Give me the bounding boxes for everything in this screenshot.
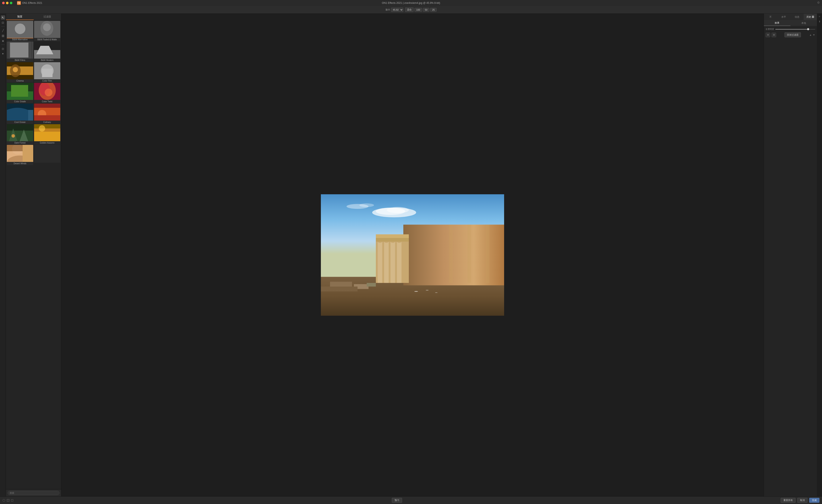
search-bar xyxy=(6,489,61,496)
fit-button[interactable]: 适合 xyxy=(405,7,414,12)
svg-rect-4 xyxy=(20,24,23,25)
maximize-button[interactable] xyxy=(10,2,12,4)
preset-thumb-color-grade xyxy=(7,83,33,100)
add-filter-button[interactable]: 添加过滤器 xyxy=(785,32,801,37)
preview-button[interactable]: 预习 xyxy=(392,498,402,503)
bottom-square-icon[interactable] xyxy=(7,499,9,502)
main-image xyxy=(321,194,504,316)
preset-name-empty xyxy=(34,162,60,163)
svg-rect-63 xyxy=(397,240,402,283)
preset-name-cool-ocean: Cool Ocean xyxy=(7,120,33,124)
done-button[interactable]: 完成 xyxy=(809,498,819,503)
svg-rect-24 xyxy=(11,85,28,97)
preset-color-grade[interactable]: Color Grade xyxy=(7,83,33,103)
crop-tool[interactable]: ⊡ xyxy=(1,20,5,25)
preset-bw-alt[interactable]: B&W Alternative xyxy=(7,21,33,41)
tab-horizontal[interactable]: 水平 xyxy=(777,14,790,20)
btn-100[interactable]: 100 xyxy=(414,8,422,12)
search-input[interactable] xyxy=(8,491,59,495)
btn-50[interactable]: 50 xyxy=(423,8,429,12)
app-header: FX ON1 Effects 2021 xyxy=(17,0,42,6)
right-panel-content: 全透明度 ⊕ ⊞ 添加过滤器 ▲ ▼ xyxy=(764,26,817,496)
paste-filter-icon[interactable]: ⊞ xyxy=(772,33,776,37)
preset-row-3: Cinema Color Film xyxy=(7,62,60,82)
preset-bw-films[interactable]: B&W Films xyxy=(7,42,33,62)
filter-actions: ⊕ ⊞ 添加过滤器 ▲ ▼ xyxy=(766,32,815,37)
zoom-label: 放大 xyxy=(385,8,390,11)
preset-dark-forest[interactable]: Dark Forest xyxy=(7,124,33,144)
stamp-tool[interactable]: ◈ xyxy=(1,39,5,43)
preset-bw-faded[interactable]: B&W Faded & Matte xyxy=(34,21,60,41)
preset-thumb-bw-modern xyxy=(34,42,60,59)
preset-tabs: 预置 过滤器 xyxy=(6,14,61,20)
preset-bw-modern[interactable]: B&W Modern xyxy=(34,42,60,62)
svg-rect-79 xyxy=(486,225,489,283)
tab-filters[interactable]: 过滤器 xyxy=(34,14,61,20)
preset-name-bw-faded: B&W Faded & Matte xyxy=(34,38,60,41)
minimize-button[interactable] xyxy=(6,2,9,4)
preset-golden[interactable]: Golden Autumn xyxy=(34,124,60,144)
bottom-right: 重置所有 取消 完成 xyxy=(781,498,819,503)
opacity-label: 全透明度 xyxy=(766,28,774,31)
gradient-tool[interactable]: ▨ xyxy=(1,33,5,38)
right-panel-effect-tabs: 效果 本地 xyxy=(764,20,817,26)
tab-history[interactable]: 历史 ☰ xyxy=(804,14,817,20)
zoom-group: 放大 45.92 xyxy=(385,8,403,12)
brush-tool[interactable]: ╱ xyxy=(1,28,5,33)
btn-25[interactable]: 25 xyxy=(430,8,437,12)
preset-thumb-bw-faded xyxy=(34,21,60,38)
svg-point-39 xyxy=(11,134,15,138)
right-icons: ≡ ⬆ xyxy=(817,14,822,496)
preset-culinary[interactable]: Culinary xyxy=(34,103,60,124)
preset-thumb-color-twist xyxy=(34,83,60,100)
svg-rect-2 xyxy=(10,22,14,24)
preset-row-5: Cool Ocean Culinary xyxy=(7,103,60,124)
preset-cool-ocean[interactable]: Cool Ocean xyxy=(7,103,33,124)
right-panel-top-tabs: 不 水平 信息 历史 ☰ xyxy=(764,14,817,20)
bottom-bar: 预习 重置所有 取消 完成 xyxy=(0,496,822,504)
eyedrop-tool[interactable]: ◎ xyxy=(1,46,5,51)
bottom-small-square-icon[interactable] xyxy=(11,499,13,501)
reset-all-button[interactable]: 重置所有 xyxy=(781,498,796,503)
preset-name-desert: Desert Winds xyxy=(7,162,33,165)
toolbar: 放大 45.92 适合 100 50 25 xyxy=(0,6,822,14)
traffic-lights xyxy=(2,2,12,4)
presets-grid: B&W Alternative B&W Faded & Matte xyxy=(6,20,61,489)
preset-row-2: B&W Films B&W Modern xyxy=(7,42,60,62)
preset-name-golden: Golden Autumn xyxy=(34,141,60,144)
tab-none[interactable]: 不 xyxy=(764,14,777,20)
svg-rect-48 xyxy=(23,145,33,162)
pointer-tool[interactable]: ↖ xyxy=(1,15,5,20)
tab-preview[interactable]: 预置 xyxy=(6,14,34,20)
zoom-select[interactable]: 45.92 xyxy=(391,8,403,12)
canvas-area[interactable] xyxy=(61,14,764,496)
sort-up-icon[interactable]: ▲ xyxy=(809,33,812,36)
preset-name-dark-forest: Dark Forest xyxy=(7,141,33,144)
preset-row-6: Dark Forest Golden Autumn xyxy=(7,124,60,144)
preset-thumb-golden xyxy=(34,124,60,141)
preset-color-twist[interactable]: Color Twist xyxy=(34,83,60,103)
export-icon[interactable]: ⬆ xyxy=(818,20,821,23)
copy-filter-icon[interactable]: ⊕ xyxy=(766,33,770,37)
svg-point-75 xyxy=(426,290,429,291)
svg-point-28 xyxy=(44,89,52,96)
overlay-tool[interactable]: ✦ xyxy=(1,52,5,56)
close-button[interactable] xyxy=(2,2,5,4)
settings-icon[interactable]: ⚙ xyxy=(817,1,820,4)
preset-thumb-empty xyxy=(34,145,60,162)
svg-rect-60 xyxy=(378,240,382,283)
tab-info[interactable]: 信息 xyxy=(790,14,804,20)
preset-cinema[interactable]: Cinema xyxy=(7,62,33,82)
tab-effects[interactable]: 效果 xyxy=(764,20,790,26)
svg-rect-72 xyxy=(321,287,358,292)
bottom-circle-icon[interactable] xyxy=(3,499,5,502)
svg-rect-61 xyxy=(384,240,389,283)
sort-down-icon[interactable]: ▼ xyxy=(813,33,815,36)
preset-color-film[interactable]: Color Film xyxy=(34,62,60,82)
preset-row-1: B&W Alternative B&W Faded & Matte xyxy=(7,21,60,41)
panel-toggle-icon[interactable]: ≡ xyxy=(818,14,821,18)
preset-desert[interactable]: Desert Winds xyxy=(7,145,33,165)
opacity-slider[interactable] xyxy=(775,29,815,30)
tab-local[interactable]: 本地 xyxy=(790,20,817,26)
cancel-button[interactable]: 取消 xyxy=(797,498,808,503)
